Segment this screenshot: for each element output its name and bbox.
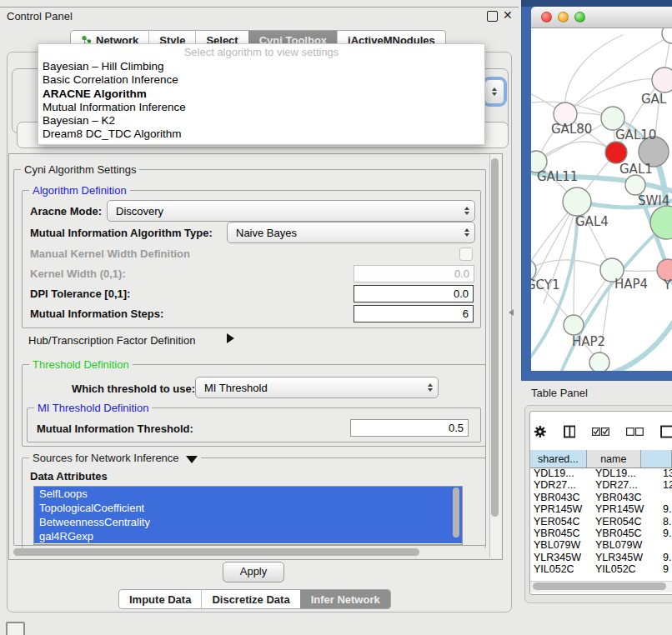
table-row[interactable]: YLR345WYLR345W9. xyxy=(530,552,672,563)
cyni-mode-tabbar: Impute DataDiscretize DataInfer Network xyxy=(118,589,391,609)
node-label: GAL1 xyxy=(619,162,653,177)
table-cell: 9. xyxy=(663,552,671,563)
mi-type-select[interactable]: Naive Bayes xyxy=(227,222,475,243)
apply-button[interactable]: Apply xyxy=(223,562,284,582)
network-window-titlebar[interactable] xyxy=(531,7,672,28)
attribute-list-item[interactable]: SelfLoops xyxy=(34,487,462,501)
aracne-mode-select[interactable]: Discovery xyxy=(107,200,475,222)
data-attributes-list[interactable]: SelfLoopsTopologicalCoefficientBetweenne… xyxy=(33,486,463,545)
attribute-list-item[interactable]: gal4RGexp xyxy=(34,529,462,543)
sources-title: Sources for Network Inference xyxy=(33,452,179,464)
tab-label: Discretize Data xyxy=(212,593,289,606)
checked-boxes-icon[interactable] xyxy=(592,427,609,437)
settings-horizontal-scrollbar-thumb[interactable] xyxy=(13,548,419,556)
table-row[interactable]: YER054CYER054C8. xyxy=(530,516,672,528)
node-label: HAP4 xyxy=(614,277,648,292)
table-row[interactable]: YDL19...YDL19...13 xyxy=(530,468,672,479)
group-title: MI Threshold Definition xyxy=(34,402,152,414)
spinner-icon xyxy=(459,207,474,215)
function-builder-icon[interactable] xyxy=(660,424,672,439)
algorithm-option[interactable]: ARACNE Algorithm xyxy=(38,88,484,101)
network-node-gal[interactable] xyxy=(652,68,672,92)
network-node-gal1[interactable] xyxy=(605,142,627,163)
table-cell: YBL079W xyxy=(534,539,580,551)
network-canvas[interactable]: GALGAL80GAL10GAL1SWI4GAL11GAL4GCY1HAP4YH… xyxy=(531,28,672,371)
aracne-mode-value: Discovery xyxy=(108,205,459,218)
attribute-list-item[interactable]: TopologicalCoefficient xyxy=(34,501,462,515)
application-root: Control Panel ✕ NetworkStyleSelectCyni T… xyxy=(0,0,672,635)
table-cell: YPR145W xyxy=(595,503,644,515)
gear-icon[interactable] xyxy=(534,424,547,439)
kernel-width-input[interactable]: 0.0 xyxy=(354,265,474,282)
algorithm-combo-spinner[interactable] xyxy=(484,79,504,104)
table-row[interactable]: YBR043CYBR043C xyxy=(530,492,672,503)
manual-kernel-checkbox[interactable] xyxy=(459,248,473,261)
manual-kernel-label: Manual Kernel Width Definition xyxy=(30,248,190,260)
network-node[interactable] xyxy=(589,352,609,371)
algorithm-option[interactable]: Bayesian – Hill Climbing xyxy=(38,60,484,73)
tab-label: Impute Data xyxy=(129,593,191,606)
minimized-panel-icon[interactable] xyxy=(6,622,25,635)
network-node-gal10[interactable] xyxy=(601,107,624,130)
kernel-width-label: Kernel Width (0,1): xyxy=(30,268,126,280)
network-node[interactable] xyxy=(662,28,672,43)
split-columns-icon[interactable] xyxy=(564,424,576,439)
spinner-icon xyxy=(459,228,474,237)
table-horizontal-scrollbar-thumb[interactable] xyxy=(533,582,666,590)
table-row[interactable]: YDR27...YDR27...12 xyxy=(530,479,672,491)
algorithm-option[interactable]: Bayesian – K2 xyxy=(38,114,484,128)
unchecked-boxes-icon[interactable] xyxy=(626,427,644,437)
group-title: Cyni Algorithm Settings xyxy=(21,163,139,176)
tab-discretize-data[interactable]: Discretize Data xyxy=(201,590,299,608)
table-cell: YIL052C xyxy=(534,563,574,575)
algorithm-option[interactable]: Basic Correlation Inference xyxy=(38,73,484,87)
collapse-down-arrow-icon[interactable] xyxy=(186,456,198,463)
mi-type-label: Mutual Information Algorithm Type: xyxy=(30,227,213,239)
group-title: Algorithm Definition xyxy=(29,184,130,197)
node-label: GAL xyxy=(641,92,667,107)
network-node-hap2[interactable] xyxy=(564,315,584,335)
table-panel-title: Table Panel xyxy=(531,387,588,399)
table-cell: YLR345W xyxy=(534,552,581,563)
close-icon[interactable]: ✕ xyxy=(503,8,513,22)
float-window-icon[interactable] xyxy=(487,11,498,22)
network-node-gal4[interactable] xyxy=(563,188,591,216)
expand-right-arrow-icon[interactable] xyxy=(227,333,234,343)
table-rows: YDL19...YDL19...13YDR27...YDR27...12YBR0… xyxy=(530,468,672,576)
column-header[interactable]: shared... xyxy=(530,450,587,468)
node-label: GAL80 xyxy=(551,122,592,137)
mi-threshold-input[interactable]: 0.5 xyxy=(350,419,469,437)
node-label: GAL4 xyxy=(575,214,609,229)
table-cell: YDL19... xyxy=(534,468,574,479)
dpi-tolerance-input[interactable]: 0.0 xyxy=(354,285,474,302)
node-label: Y xyxy=(663,278,672,292)
algorithm-select-placeholder: Select algorithm to view settings xyxy=(38,44,484,60)
mi-steps-input[interactable]: 6 xyxy=(354,305,474,322)
close-traffic-light-icon[interactable] xyxy=(541,12,552,22)
network-node-swi4[interactable] xyxy=(625,175,645,195)
zoom-traffic-light-icon[interactable] xyxy=(574,12,585,22)
panel-divider-grip[interactable] xyxy=(509,309,514,316)
table-row[interactable]: YBL079WYBL079W xyxy=(530,539,672,551)
network-edge[interactable] xyxy=(565,35,623,114)
tab-impute-data[interactable]: Impute Data xyxy=(119,590,201,608)
table-header-row: shared...name xyxy=(530,450,672,468)
tab-infer-network[interactable]: Infer Network xyxy=(300,590,390,608)
table-row[interactable]: YIL052CYIL052C9 xyxy=(530,563,672,575)
attribute-list-item[interactable]: BetweennessCentrality xyxy=(34,515,462,529)
table-toolbar xyxy=(534,422,672,442)
table-cell: YDR27... xyxy=(595,479,638,491)
column-header[interactable]: name xyxy=(587,450,641,468)
settings-vertical-scrollbar-thumb[interactable] xyxy=(491,158,499,517)
algorithm-option[interactable]: Dream8 DC_TDC Algorithm xyxy=(38,128,484,141)
table-row[interactable]: YPR145WYPR145W9. xyxy=(530,503,672,515)
minimize-traffic-light-icon[interactable] xyxy=(558,12,569,22)
table-cell: 9. xyxy=(663,528,671,539)
control-panel-title: Control Panel xyxy=(7,10,73,22)
hub-definition-label[interactable]: Hub/Transcription Factor Definition xyxy=(28,334,195,347)
table-row[interactable]: YBR045CYBR045C9. xyxy=(530,528,672,539)
attribute-list-scrollbar[interactable] xyxy=(453,488,459,538)
which-threshold-select[interactable]: MI Threshold xyxy=(195,377,439,398)
column-header[interactable] xyxy=(641,450,672,468)
algorithm-option[interactable]: Mutual Information Inference xyxy=(38,101,484,114)
